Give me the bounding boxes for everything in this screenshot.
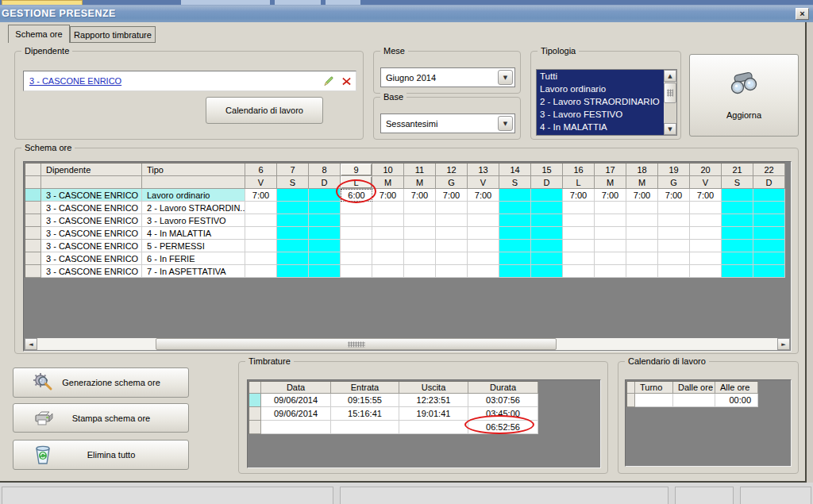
schema-day-cell[interactable] <box>658 252 690 265</box>
schema-day-cell[interactable] <box>309 252 341 265</box>
schema-day-cell[interactable] <box>277 227 309 240</box>
schema-row-selector[interactable] <box>25 240 41 252</box>
schema-day-cell[interactable] <box>626 202 658 214</box>
schema-day-cell[interactable] <box>531 240 563 252</box>
schema-day-cell[interactable] <box>626 227 658 240</box>
schema-day-cell[interactable] <box>309 189 341 202</box>
schema-day-cell[interactable] <box>372 214 404 227</box>
schema-day-cell[interactable] <box>499 265 531 278</box>
schema-day-cell[interactable] <box>277 189 309 202</box>
schema-dow-header[interactable]: M <box>372 176 404 189</box>
scroll-left-icon[interactable]: ◄ <box>25 338 37 350</box>
aggiorna-button[interactable]: Aggiorna <box>689 54 799 137</box>
scrollbar-thumb[interactable] <box>664 83 676 103</box>
base-combobox[interactable]: Sessantesimi ▼ <box>380 113 515 133</box>
schema-dow-header[interactable]: S <box>499 176 531 189</box>
schema-day-cell[interactable]: 6:00 <box>341 189 372 202</box>
timbrature-col-header[interactable]: Entrata <box>331 382 399 394</box>
schema-day-cell[interactable] <box>595 240 626 252</box>
schema-cell-dipendente[interactable]: 3 - CASCONE ENRICO <box>41 240 142 252</box>
chevron-down-icon[interactable]: ▼ <box>498 70 513 85</box>
schema-day-cell[interactable] <box>436 265 468 278</box>
schema-day-cell[interactable] <box>595 202 626 214</box>
timbrature-cell[interactable]: 09:15:55 <box>331 394 399 407</box>
schema-day-header[interactable]: 21 <box>722 164 753 176</box>
schema-day-cell[interactable] <box>626 214 658 227</box>
tipologia-option[interactable]: 2 - Lavoro STRAORDINARIO <box>537 95 664 108</box>
stampa-schema-ore-button[interactable]: Stampa schema ore <box>13 403 189 433</box>
schema-day-cell[interactable] <box>658 265 690 278</box>
timbrature-cell[interactable] <box>331 421 399 434</box>
schema-day-cell[interactable] <box>341 214 372 227</box>
schema-day-cell[interactable] <box>499 202 531 214</box>
schema-day-cell[interactable] <box>753 252 785 265</box>
schema-col-tipo[interactable]: Tipo <box>142 164 245 176</box>
schema-day-cell[interactable] <box>690 240 722 252</box>
timbrature-cell[interactable]: 09/06/2014 <box>261 407 331 421</box>
schema-day-cell[interactable] <box>658 214 690 227</box>
schema-day-cell[interactable] <box>341 265 372 278</box>
schema-day-cell[interactable] <box>309 202 341 214</box>
calendario-cell[interactable] <box>635 394 673 407</box>
schema-day-header[interactable]: 16 <box>563 164 595 176</box>
schema-dow-header[interactable]: V <box>690 176 722 189</box>
schema-day-cell[interactable] <box>690 265 722 278</box>
schema-day-cell[interactable] <box>468 202 499 214</box>
dipendente-link[interactable]: 3 - CASCONE ENRICO <box>24 76 121 86</box>
timbrature-row-selector[interactable] <box>249 394 261 407</box>
schema-day-cell[interactable] <box>499 227 531 240</box>
schema-day-cell[interactable] <box>722 265 753 278</box>
schema-day-header[interactable]: 11 <box>404 164 436 176</box>
schema-day-cell[interactable]: 7:00 <box>245 189 277 202</box>
schema-day-cell[interactable] <box>309 214 341 227</box>
schema-day-cell[interactable] <box>436 214 468 227</box>
schema-dow-header[interactable]: D <box>753 176 785 189</box>
schema-day-header[interactable]: 17 <box>595 164 626 176</box>
schema-day-cell[interactable] <box>468 265 499 278</box>
schema-cell-tipo[interactable]: 2 - Lavoro STRAORDIN... <box>142 202 245 214</box>
schema-day-cell[interactable] <box>658 202 690 214</box>
schema-day-cell[interactable]: 7:00 <box>563 189 595 202</box>
pencil-icon[interactable] <box>321 75 337 87</box>
schema-day-cell[interactable] <box>563 202 595 214</box>
schema-cell-dipendente[interactable]: 3 - CASCONE ENRICO <box>41 265 142 278</box>
schema-dow-header[interactable]: L <box>563 176 595 189</box>
schema-day-cell[interactable] <box>595 214 626 227</box>
schema-day-cell[interactable] <box>595 227 626 240</box>
schema-cell-tipo[interactable]: 7 - In ASPETTATIVA <box>142 265 245 278</box>
dipendente-field[interactable]: 3 - CASCONE ENRICO <box>23 71 356 91</box>
tab-rapporto-timbrature[interactable]: Rapporto timbrature <box>70 26 156 43</box>
schema-col-dipendente[interactable]: Dipendente <box>41 164 142 176</box>
schema-day-cell[interactable] <box>436 227 468 240</box>
schema-day-cell[interactable] <box>753 227 785 240</box>
schema-day-cell[interactable] <box>531 252 563 265</box>
timbrature-col-header[interactable]: Uscita <box>399 382 468 394</box>
schema-day-cell[interactable] <box>595 265 626 278</box>
timbrature-cell[interactable]: 03:45:00 <box>468 407 538 421</box>
schema-day-cell[interactable] <box>753 265 785 278</box>
schema-day-cell[interactable] <box>468 214 499 227</box>
schema-day-cell[interactable] <box>626 265 658 278</box>
schema-day-cell[interactable] <box>372 265 404 278</box>
schema-dow-header[interactable]: M <box>626 176 658 189</box>
calendario-cell[interactable] <box>673 394 715 407</box>
mese-combobox[interactable]: Giugno 2014 ▼ <box>380 67 515 87</box>
schema-day-cell[interactable]: 7:00 <box>690 189 722 202</box>
scroll-down-icon[interactable]: ▼ <box>664 123 676 135</box>
schema-day-cell[interactable] <box>277 202 309 214</box>
schema-day-cell[interactable] <box>277 240 309 252</box>
timbrature-cell[interactable] <box>261 421 331 434</box>
schema-day-cell[interactable] <box>658 240 690 252</box>
tipologia-option[interactable]: Lavoro ordinario <box>537 83 664 95</box>
schema-day-cell[interactable] <box>531 202 563 214</box>
delete-x-icon[interactable] <box>337 76 356 87</box>
schema-day-cell[interactable] <box>722 202 753 214</box>
calendario-di-lavoro-button[interactable]: Calendario di lavoro <box>206 97 323 124</box>
schema-day-header[interactable]: 9 <box>341 164 372 176</box>
scroll-up-icon[interactable]: ▲ <box>664 70 676 82</box>
schema-day-cell[interactable] <box>372 240 404 252</box>
schema-hscrollbar[interactable]: ◄ ► <box>25 338 790 350</box>
schema-dow-header[interactable]: V <box>468 176 499 189</box>
schema-day-header[interactable]: 12 <box>436 164 468 176</box>
schema-day-cell[interactable] <box>531 214 563 227</box>
